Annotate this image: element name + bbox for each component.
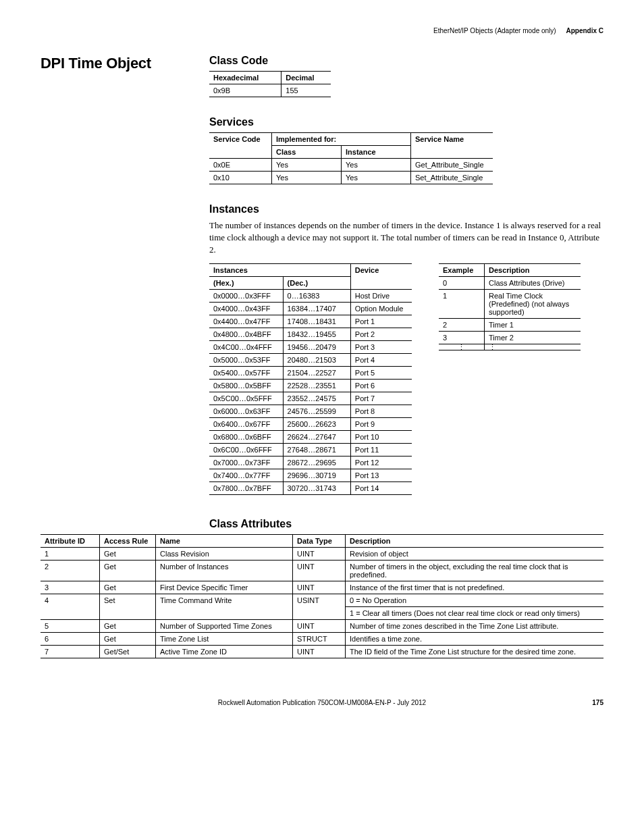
cell: 19456…20479 [283, 340, 350, 353]
page-title: DPI Time Object [41, 55, 182, 72]
col-type: Data Type [293, 534, 346, 547]
cell: Port 2 [350, 328, 412, 340]
cell: 21504…22527 [283, 366, 350, 379]
cell: Time Zone List [156, 632, 293, 645]
col-example: Example [439, 263, 485, 276]
cell: Yes [272, 172, 342, 184]
cell: 27648…28671 [283, 443, 350, 456]
cell: 23552…24575 [283, 392, 350, 405]
col-desc: Description [346, 534, 604, 547]
cell: 30720…31743 [283, 481, 350, 494]
table-row: 3Timer 2 [439, 331, 581, 344]
instances-heading: Instances [209, 203, 603, 215]
cell: 1 [439, 289, 485, 318]
cell: UINT [293, 547, 346, 560]
cell-hex: 0x9B [209, 84, 281, 97]
cell: 20480…21503 [283, 353, 350, 366]
table-row: 2Timer 1 [439, 318, 581, 331]
header-appendix: Appendix C [566, 27, 603, 34]
cell: 0…16383 [283, 289, 350, 302]
col-instance: Instance [342, 146, 411, 159]
cell: 29696…30719 [283, 469, 350, 481]
col-instances: Instances [209, 263, 350, 276]
cell: 0x7800…0x7BFF [209, 481, 283, 494]
cell: 26624…27647 [283, 430, 350, 443]
cell: Timer 1 [485, 318, 581, 331]
cell: STRUCT [293, 632, 346, 645]
cell: Port 6 [350, 379, 412, 392]
cell: 0x7000…0x73FF [209, 456, 283, 469]
cell: Port 8 [350, 405, 412, 417]
table-row: 0x10YesYesSet_Attribute_Single [209, 172, 493, 184]
header-section: EtherNet/IP Objects (Adapter mode only) [433, 27, 556, 34]
table-row: 0x4400…0x47FF17408…18431Port 1 [209, 315, 412, 328]
cell: Set_Attribute_Single [411, 172, 493, 184]
table-row: 7Get/SetActive Time Zone IDUINTThe ID fi… [41, 645, 603, 658]
cell: 0x6800…0x6BFF [209, 430, 283, 443]
cell: 6 [41, 632, 100, 645]
cell: Get [100, 547, 156, 560]
page-footer: Rockwell Automation Publication 750COM-U… [41, 699, 603, 706]
footer-pub: Rockwell Automation Publication 750COM-U… [68, 699, 576, 706]
table-row: 4SetTime Command WriteUSINT0 = No Operat… [41, 594, 603, 606]
cell: Port 4 [350, 353, 412, 366]
cell: 0x6000…0x63FF [209, 405, 283, 417]
class-code-table: Hexadecimal Decimal 0x9B 155 [209, 71, 331, 97]
table-row: 0x5400…0x57FF21504…22527Port 5 [209, 366, 412, 379]
cell: 28672…29695 [283, 456, 350, 469]
cell: 16384…17407 [283, 302, 350, 315]
cell: Get [100, 560, 156, 581]
table-row: 0x5000…0x53FF20480…21503Port 4 [209, 353, 412, 366]
cell: Get/Set [100, 645, 156, 658]
table-row: 0x4800…0x4BFF18432…19455Port 2 [209, 328, 412, 340]
cell: Port 10 [350, 430, 412, 443]
table-row: 0x5C00…0x5FFF23552…24575Port 7 [209, 392, 412, 405]
table-row: 0x6C00…0x6FFF27648…28671Port 11 [209, 443, 412, 456]
cell: 1 = Clear all timers (Does not clear rea… [346, 606, 604, 619]
cell: Port 7 [350, 392, 412, 405]
cell: Get [100, 581, 156, 594]
cell: 0x0E [209, 159, 272, 172]
col-description: Description [485, 263, 581, 276]
cell: The ID field of the Time Zone List struc… [346, 645, 604, 658]
table-row: 0x0000…0x3FFF0…16383Host Drive [209, 289, 412, 302]
cell: 17408…18431 [283, 315, 350, 328]
cell: 18432…19455 [283, 328, 350, 340]
cell: 0x7400…0x77FF [209, 469, 283, 481]
table-row: 0x7000…0x73FF28672…29695Port 12 [209, 456, 412, 469]
cell: Number of Instances [156, 560, 293, 581]
cell: 0x5400…0x57FF [209, 366, 283, 379]
table-row: 6GetTime Zone ListSTRUCTIdentifies a tim… [41, 632, 603, 645]
cell: Time Command Write [156, 594, 293, 619]
cell: 3 [41, 581, 100, 594]
cell: Number of Supported Time Zones [156, 619, 293, 632]
col-class: Class [272, 146, 342, 159]
cell: 0 = No Operation [346, 594, 604, 606]
table-row: 0x4C00…0x4FFF19456…20479Port 3 [209, 340, 412, 353]
col-impl-for: Implemented for: [272, 133, 411, 146]
table-row: 1Real Time Clock (Predefined) (not alway… [439, 289, 581, 318]
col-device: Device [350, 263, 412, 289]
cell: UINT [293, 560, 346, 581]
cell: Port 13 [350, 469, 412, 481]
cell: 0x5800…0x5BFF [209, 379, 283, 392]
cell: Port 14 [350, 481, 412, 494]
table-row: 3GetFirst Device Specific TimerUINTInsta… [41, 581, 603, 594]
cell: 0x4400…0x47FF [209, 315, 283, 328]
table-row-ellipsis: ⋮⋮ [439, 344, 581, 350]
table-row: 2GetNumber of InstancesUINTNumber of tim… [41, 560, 603, 581]
class-code-heading: Class Code [209, 55, 603, 67]
services-table: Service Code Implemented for: Service Na… [209, 132, 493, 184]
cell: 24576…25599 [283, 405, 350, 417]
cell: Real Time Clock (Predefined) (not always… [485, 289, 581, 318]
cell: 0x4800…0x4BFF [209, 328, 283, 340]
cell: 0x6C00…0x6FFF [209, 443, 283, 456]
cell: Timer 2 [485, 331, 581, 344]
cell: Number of timers in the object, excludin… [346, 560, 604, 581]
table-row: 0Class Attributes (Drive) [439, 276, 581, 289]
cell: 2 [439, 318, 485, 331]
cell: 3 [439, 331, 485, 344]
cell-dec: 155 [281, 84, 331, 97]
cell: Port 1 [350, 315, 412, 328]
cell: UINT [293, 619, 346, 632]
